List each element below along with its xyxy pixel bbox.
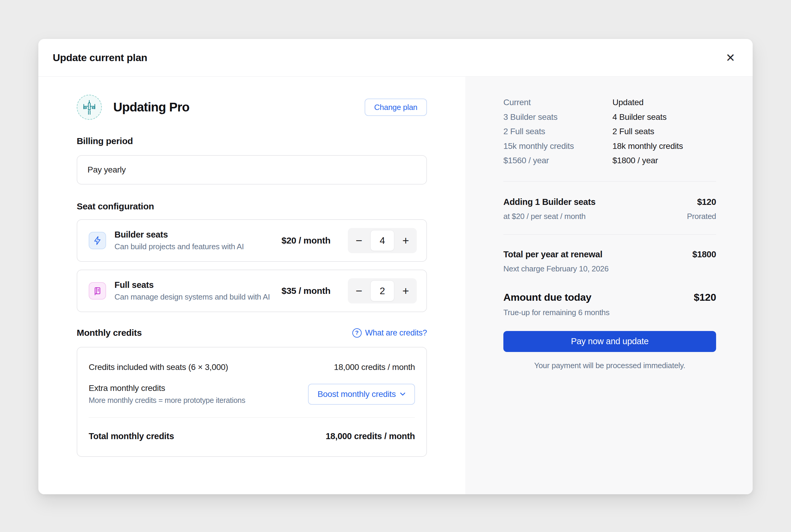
builder-seat-name: Builder seats xyxy=(114,230,244,240)
seat-change-amount: $120 xyxy=(697,197,716,207)
plan-avatar xyxy=(77,95,102,120)
change-plan-button[interactable]: Change plan xyxy=(365,98,427,116)
change-plan-label: Change plan xyxy=(374,103,417,112)
what-are-credits-link[interactable]: ? What are credits? xyxy=(352,328,427,338)
pay-now-button[interactable]: Pay now and update xyxy=(503,331,716,352)
extra-credits-row: Extra monthly credits More monthly credi… xyxy=(89,372,415,417)
prorated-note: Prorated xyxy=(687,212,716,221)
total-credits-label: Total monthly credits xyxy=(89,431,174,441)
full-seat-description: Can manage design systems and build with… xyxy=(114,292,270,302)
summary-divider xyxy=(503,234,716,234)
builder-seat-icon-badge xyxy=(89,232,106,249)
full-seat-name: Full seats xyxy=(114,280,270,290)
plan-name: Updating Pro xyxy=(113,100,189,114)
plus-icon: + xyxy=(402,285,409,298)
updated-monthly-credits: 18k monthly credits xyxy=(613,139,716,154)
updated-builder-seats: 4 Builder seats xyxy=(613,110,716,125)
builder-seats-card: Builder seats Can build projects and fea… xyxy=(77,219,427,262)
summary-divider xyxy=(503,181,716,182)
total-credits-row: Total monthly credits 18,000 credits / m… xyxy=(89,418,415,456)
full-seats-card: Full seats Can manage design systems and… xyxy=(77,270,427,312)
monthly-credits-card: Credits included with seats (6 × 3,000) … xyxy=(77,347,427,457)
question-circle-icon: ? xyxy=(352,328,362,338)
what-are-credits-label: What are credits? xyxy=(365,328,427,338)
updated-yearly-price: $1800 / year xyxy=(613,153,716,168)
seat-change-block: Adding 1 Builder seats $120 at $20 / per… xyxy=(503,197,716,221)
updated-column-header: Updated xyxy=(613,95,716,110)
full-seat-price: $35 / month xyxy=(282,286,331,296)
modal-header: Update current plan ✕ xyxy=(38,39,753,77)
full-seat-stepper: − 2 + xyxy=(348,278,417,303)
builder-seat-stepper: − 4 + xyxy=(348,228,417,253)
modal-body: Updating Pro Change plan Billing period … xyxy=(38,77,753,494)
current-builder-seats: 3 Builder seats xyxy=(503,110,613,125)
extra-credits-subtitle: More monthly credits = more prototype it… xyxy=(89,396,245,405)
plan-config-pane: Updating Pro Change plan Billing period … xyxy=(38,77,465,494)
boost-monthly-credits-label: Boost monthly credits xyxy=(318,390,396,399)
plus-icon: + xyxy=(402,234,409,247)
order-summary-pane: Current Updated 3 Builder seats 4 Builde… xyxy=(465,77,753,494)
amount-due-value: $120 xyxy=(694,291,716,303)
seat-change-rate: at $20 / per seat / month xyxy=(503,212,585,221)
builder-seat-text: Builder seats Can build projects and fea… xyxy=(114,230,244,251)
full-seat-quantity[interactable]: 2 xyxy=(370,280,394,301)
monthly-credits-header-row: Monthly credits ? What are credits? xyxy=(77,328,427,338)
payment-processing-note: Your payment will be processed immediate… xyxy=(503,361,716,370)
minus-icon: − xyxy=(356,285,362,298)
current-full-seats: 2 Full seats xyxy=(503,124,613,139)
seat-configuration-heading: Seat configuration xyxy=(77,201,427,211)
lightning-icon xyxy=(92,235,102,246)
included-credits-value: 18,000 credits / month xyxy=(334,362,415,372)
pay-now-label: Pay now and update xyxy=(571,336,648,346)
plan-row: Updating Pro Change plan xyxy=(77,95,427,120)
renewal-block: Total per year at renewal $1800 Next cha… xyxy=(503,249,716,273)
builder-seat-price: $20 / month xyxy=(282,235,331,246)
full-seat-icon-badge xyxy=(89,282,106,300)
updated-full-seats: 2 Full seats xyxy=(613,124,716,139)
modal-title: Update current plan xyxy=(53,52,147,63)
next-charge-date: Next charge February 10, 2026 xyxy=(503,264,608,273)
close-icon: ✕ xyxy=(726,52,735,63)
current-yearly-price: $1560 / year xyxy=(503,153,613,168)
builder-seat-decrement-button[interactable]: − xyxy=(350,228,368,253)
amount-due-label: Amount due today xyxy=(503,291,591,303)
extra-credits-label: Extra monthly credits xyxy=(89,383,245,393)
current-column-header: Current xyxy=(503,95,613,110)
boost-monthly-credits-button[interactable]: Boost monthly credits xyxy=(308,384,415,405)
minus-icon: − xyxy=(356,234,362,247)
full-seat-decrement-button[interactable]: − xyxy=(350,278,368,303)
renewal-total-label: Total per year at renewal xyxy=(503,249,602,260)
full-seat-increment-button[interactable]: + xyxy=(396,278,415,303)
true-up-note: True-up for remaining 6 months xyxy=(503,308,609,317)
extra-credits-text: Extra monthly credits More monthly credi… xyxy=(89,383,245,405)
monthly-credits-heading: Monthly credits xyxy=(77,328,142,338)
renewal-total-amount: $1800 xyxy=(693,249,716,260)
page-background: { "modal": { "title": "Update current pl… xyxy=(0,0,791,532)
included-credits-label: Credits included with seats (6 × 3,000) xyxy=(89,362,228,372)
notebook-icon xyxy=(92,286,102,296)
billing-period-select[interactable]: Pay yearly xyxy=(77,155,427,185)
update-plan-modal: Update current plan ✕ xyxy=(38,39,753,494)
amount-due-block: Amount due today $120 True-up for remain… xyxy=(503,291,716,317)
billing-period-value: Pay yearly xyxy=(88,165,126,175)
billing-period-heading: Billing period xyxy=(77,136,427,146)
seat-change-label: Adding 1 Builder seats xyxy=(503,197,596,207)
full-seat-text: Full seats Can manage design systems and… xyxy=(114,280,270,302)
total-credits-value: 18,000 credits / month xyxy=(326,431,415,441)
plan-comparison-table: Current Updated 3 Builder seats 4 Builde… xyxy=(503,95,716,168)
chevron-down-icon xyxy=(400,393,406,396)
current-monthly-credits: 15k monthly credits xyxy=(503,139,613,154)
included-credits-row: Credits included with seats (6 × 3,000) … xyxy=(89,347,415,372)
builder-seat-description: Can build projects and features with AI xyxy=(114,242,244,251)
builder-seat-increment-button[interactable]: + xyxy=(396,228,415,253)
spaceship-icon xyxy=(81,99,97,115)
close-button[interactable]: ✕ xyxy=(722,50,739,66)
builder-seat-quantity[interactable]: 4 xyxy=(370,230,394,251)
